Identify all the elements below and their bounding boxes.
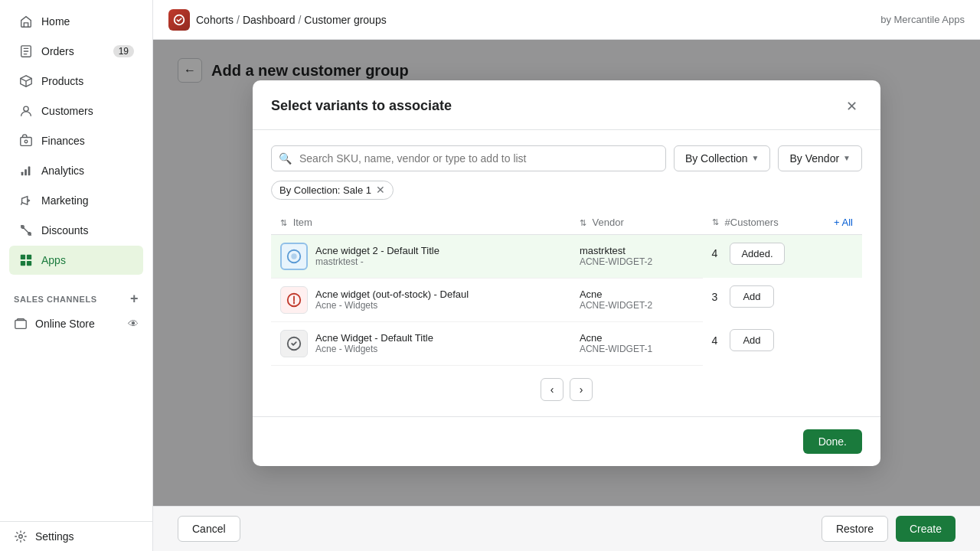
- add-button-row3[interactable]: Add: [730, 329, 773, 351]
- bottom-bar: Cancel Restore Create: [153, 506, 980, 551]
- prev-page-button[interactable]: ‹: [541, 378, 564, 401]
- sidebar-item-discounts[interactable]: Discounts: [9, 216, 143, 245]
- orders-badge: 19: [113, 45, 134, 57]
- modal: Select variants to associate ✕ 🔍 By Coll…: [253, 80, 880, 466]
- vendor-cell: mastrktest ACNE-WIDGET-2: [570, 234, 703, 278]
- customers-icon: [18, 103, 34, 119]
- vendor-chevron-icon: ▼: [843, 154, 851, 162]
- sidebar-item-home[interactable]: Home: [9, 7, 143, 36]
- customers-action-cell: 4 Add: [703, 321, 862, 359]
- modal-close-button[interactable]: ✕: [841, 96, 862, 117]
- added-button-row1: Added.: [730, 243, 784, 265]
- sidebar-item-marketing[interactable]: Marketing: [9, 186, 143, 215]
- search-input[interactable]: [271, 145, 666, 171]
- sidebar-item-products[interactable]: Products: [9, 67, 143, 96]
- sidebar-item-apps[interactable]: Apps: [9, 246, 143, 275]
- sidebar-item-finances[interactable]: Finances: [9, 126, 143, 155]
- restore-button[interactable]: Restore: [822, 516, 888, 542]
- modal-header: Select variants to associate ✕: [253, 80, 880, 130]
- modal-body: 🔍 By Collection ▼ By Vendor ▼: [253, 130, 880, 416]
- col-vendor-header[interactable]: ⇅ Vendor: [570, 210, 703, 235]
- marketing-icon: [18, 193, 34, 208]
- vendor-sort-icon: ⇅: [580, 218, 586, 227]
- sidebar-item-orders[interactable]: Orders 19: [9, 37, 143, 66]
- svg-rect-6: [28, 167, 31, 176]
- table-row: Acne Widget - Default Title Acne - Widge…: [271, 321, 862, 365]
- item-thumbnail: [280, 286, 308, 314]
- settings-label: Settings: [35, 530, 74, 543]
- svg-point-3: [24, 140, 28, 143]
- orders-icon: [18, 44, 34, 59]
- products-icon: [18, 73, 34, 89]
- remove-filter-button[interactable]: ✕: [376, 184, 385, 195]
- online-store-icon: [14, 317, 28, 331]
- item-cell: Acne Widget - Default Title Acne - Widge…: [271, 321, 570, 365]
- collection-chevron-icon: ▼: [752, 154, 760, 162]
- sidebar-item-customers-label: Customers: [41, 105, 93, 117]
- breadcrumb-dashboard[interactable]: Dashboard: [243, 14, 296, 26]
- sidebar-item-settings[interactable]: Settings: [0, 522, 152, 551]
- sidebar-item-online-store[interactable]: Online Store 👁: [5, 311, 148, 337]
- online-store-eye-icon[interactable]: 👁: [128, 318, 139, 330]
- modal-overlay: Select variants to associate ✕ 🔍 By Coll…: [153, 40, 980, 506]
- next-page-button[interactable]: ›: [570, 378, 593, 401]
- search-box: 🔍: [271, 145, 666, 171]
- item-cell: Acne widget 2 - Default Title mastrktest…: [271, 234, 570, 278]
- svg-rect-4: [21, 172, 24, 176]
- filter-vendor-label: By Vendor: [789, 152, 839, 165]
- customers-sort-icon: ⇅: [712, 217, 719, 227]
- table-row: Acne widget 2 - Default Title mastrktest…: [271, 234, 862, 278]
- analytics-icon: [18, 163, 34, 178]
- item-sort-icon: ⇅: [280, 218, 287, 227]
- svg-rect-9: [21, 261, 25, 266]
- customers-action-cell: 4 Added.: [703, 235, 862, 272]
- add-sales-channel-icon[interactable]: +: [130, 291, 139, 307]
- add-all-button[interactable]: + All: [834, 217, 853, 228]
- svg-rect-7: [21, 255, 25, 259]
- svg-rect-2: [21, 138, 31, 146]
- svg-rect-5: [24, 169, 27, 175]
- vendor-cell: Acne ACNE-WIDGET-2: [570, 278, 703, 321]
- sidebar: Home Orders 19 Products Customers Fina: [0, 0, 153, 551]
- topbar: Cohorts / Dashboard / Customer groups by…: [153, 0, 980, 40]
- item-name: Acne widget 2 - Default Title: [315, 245, 439, 256]
- search-filter-row: 🔍 By Collection ▼ By Vendor ▼: [271, 145, 862, 171]
- search-icon: 🔍: [279, 152, 292, 165]
- filter-collection-label: By Collection: [685, 152, 748, 165]
- svg-point-15: [291, 253, 296, 259]
- filter-tags: By Collection: Sale 1 ✕: [271, 181, 862, 200]
- pagination: ‹ ›: [271, 378, 862, 401]
- item-cell: Acne widget (out-of-stock) - Defaul Acne…: [271, 278, 570, 321]
- topbar-left: Cohorts / Dashboard / Customer groups: [168, 9, 387, 31]
- sidebar-item-finances-label: Finances: [41, 135, 85, 147]
- topbar-logo: [168, 9, 190, 31]
- cancel-button[interactable]: Cancel: [178, 516, 240, 542]
- sidebar-footer: Settings: [0, 521, 152, 551]
- create-button[interactable]: Create: [896, 516, 956, 542]
- home-icon: [18, 14, 34, 29]
- add-button-row2[interactable]: Add: [730, 285, 773, 308]
- item-name: Acne widget (out-of-stock) - Defaul: [315, 289, 469, 300]
- filter-vendor-button[interactable]: By Vendor ▼: [778, 145, 862, 171]
- sidebar-item-marketing-label: Marketing: [41, 194, 88, 207]
- table-row: Acne widget (out-of-stock) - Defaul Acne…: [271, 278, 862, 321]
- svg-point-1: [24, 106, 28, 111]
- breadcrumb-cohorts[interactable]: Cohorts: [196, 14, 234, 26]
- discounts-icon: [18, 223, 34, 238]
- sidebar-item-customers[interactable]: Customers: [9, 96, 143, 126]
- sidebar-item-products-label: Products: [41, 75, 83, 87]
- settings-icon: [14, 530, 28, 543]
- item-thumbnail: [280, 330, 308, 357]
- filter-collection-button[interactable]: By Collection ▼: [674, 145, 771, 171]
- main-area: Cohorts / Dashboard / Customer groups by…: [153, 0, 980, 551]
- svg-rect-11: [15, 321, 26, 329]
- item-name: Acne Widget - Default Title: [315, 332, 433, 344]
- active-filter-tag: By Collection: Sale 1 ✕: [271, 181, 394, 200]
- done-button[interactable]: Done.: [803, 429, 862, 454]
- item-thumbnail: [280, 243, 308, 270]
- col-item-header[interactable]: ⇅ Item: [271, 210, 570, 235]
- apps-icon: [18, 253, 34, 268]
- item-sub: Acne - Widgets: [315, 344, 433, 354]
- sidebar-item-analytics[interactable]: Analytics: [9, 156, 143, 185]
- breadcrumb: Cohorts / Dashboard / Customer groups: [196, 14, 387, 26]
